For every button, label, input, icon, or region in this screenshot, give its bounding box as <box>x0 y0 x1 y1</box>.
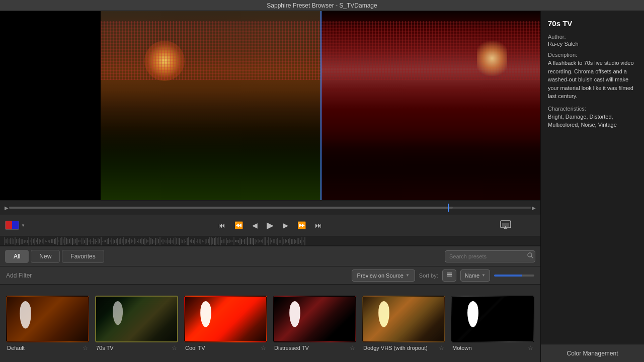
favorite-star-cooltv[interactable]: ☆ <box>261 344 266 351</box>
preset-name-default: Default <box>7 345 25 351</box>
favorite-star-motown[interactable]: ☆ <box>528 344 533 351</box>
description-text: A flashback to 70s live studio video rec… <box>548 59 637 101</box>
timeline-playhead <box>448 204 449 212</box>
info-panel: 70s TV Author: Ra-ey Saleh Description: … <box>541 11 644 344</box>
video-right-half <box>320 11 540 200</box>
preset-label-row-motown: Motown ☆ <box>451 342 534 351</box>
preset-title: 70s TV <box>548 19 637 28</box>
timeline[interactable]: ▶ ▶ <box>0 201 540 215</box>
rewind-fast-button[interactable]: ⏪ <box>231 219 246 231</box>
waveform-row <box>0 236 540 246</box>
crowd-left <box>101 21 320 80</box>
sort-name-dropdown-arrow: ▼ <box>481 273 486 278</box>
light-effect-right <box>477 41 507 76</box>
search-container <box>445 250 535 262</box>
thumb-bg-cooltv <box>185 297 266 341</box>
favorite-star-70stv[interactable]: ☆ <box>172 344 177 351</box>
search-input[interactable] <box>445 250 535 262</box>
skip-to-end-button[interactable]: ⏭ <box>312 219 325 231</box>
preset-name-dodgy: Dodgy VHS (with dropout) <box>363 345 428 351</box>
author-value: Ra-ey Saleh <box>548 41 637 47</box>
fast-forward-button[interactable]: ⏩ <box>294 219 309 231</box>
preset-name-distressed: Distressed TV <box>274 345 309 351</box>
svg-point-3 <box>528 253 532 257</box>
preset-label-row-cooltv: Cool TV ☆ <box>184 342 267 351</box>
tab-new[interactable]: New <box>31 250 60 263</box>
video-left-half <box>101 11 320 200</box>
characteristics-text: Bright, Damage, Distorted, Multicolored,… <box>548 113 637 129</box>
step-forward-button[interactable]: ◀ <box>280 219 291 231</box>
preview-source-dropdown[interactable]: Preview on Source ▼ <box>352 269 415 282</box>
right-panel: 70s TV Author: Ra-ey Saleh Description: … <box>540 11 644 362</box>
sort-name-label: Name <box>465 273 479 279</box>
preset-item-default[interactable]: Default ☆ <box>6 296 89 351</box>
favorite-star-distressed[interactable]: ☆ <box>350 344 355 351</box>
tab-favorites[interactable]: Favorites <box>62 250 104 263</box>
size-slider-container <box>494 275 534 277</box>
controls-row: ▼ ⏮ ⏪ ◀ ▶ ◀ ⏩ ⏭ <box>0 215 540 236</box>
export-button[interactable] <box>500 220 511 231</box>
color-management-button[interactable]: Color Management <box>541 344 644 362</box>
preset-item-distressed[interactable]: Distressed TV ☆ <box>273 296 356 351</box>
black-bar-left <box>0 11 101 200</box>
video-wrapper <box>0 11 540 200</box>
presets-tabs-bar: All New Favorites <box>0 246 540 266</box>
preset-item-dodgy[interactable]: Dodgy VHS (with dropout) ☆ <box>362 296 445 351</box>
sort-name-dropdown[interactable]: Name ▼ <box>460 269 490 282</box>
preset-label-row-dodgy: Dodgy VHS (with dropout) ☆ <box>362 342 445 351</box>
tab-all[interactable]: All <box>5 250 29 263</box>
sort-by-label: Sort by: <box>419 273 438 279</box>
timeline-end-arrow[interactable]: ▶ <box>531 205 536 210</box>
video-split-line <box>320 11 321 200</box>
characteristics-label: Characteristics: <box>548 106 637 112</box>
preset-label-row-default: Default ☆ <box>6 342 89 351</box>
preset-thumbnail-distressed <box>273 296 356 342</box>
transport-area: ▶ ▶ ▼ ⏮ ⏪ ◀ ▶ ◀ ⏩ <box>0 200 540 245</box>
preset-label-row-distressed: Distressed TV ☆ <box>273 342 356 351</box>
timeline-start-arrow[interactable]: ▶ <box>4 205 9 210</box>
timeline-track[interactable] <box>9 207 531 209</box>
color-swatch-dropdown-arrow[interactable]: ▼ <box>21 223 25 228</box>
field-overlay-right <box>320 139 540 201</box>
video-preview <box>0 11 540 200</box>
main-container: ▶ ▶ ▼ ⏮ ⏪ ◀ ▶ ◀ ⏩ <box>0 11 644 362</box>
add-filter-link[interactable]: Add Filter <box>6 272 32 279</box>
step-back-button[interactable]: ◀ <box>249 219 261 231</box>
timeline-progress <box>9 207 453 209</box>
window-title: Sapphire Preset Browser - S_TVDamage <box>267 2 377 9</box>
preset-thumbnail-motown <box>451 296 534 342</box>
thumb-bg-motown <box>452 297 533 341</box>
sort-icon <box>446 271 453 278</box>
video-content <box>101 11 540 200</box>
skip-to-start-button[interactable]: ⏮ <box>215 219 228 231</box>
left-panel: ▶ ▶ ▼ ⏮ ⏪ ◀ ▶ ◀ ⏩ <box>0 11 540 362</box>
preset-item-70stv[interactable]: 70s TV ☆ <box>95 296 178 351</box>
play-button[interactable]: ▶ <box>264 218 277 233</box>
search-button[interactable] <box>527 252 533 260</box>
svg-line-4 <box>531 256 533 258</box>
titlebar: Sapphire Preset Browser - S_TVDamage <box>0 0 644 11</box>
preset-thumbnail-70stv <box>95 296 178 342</box>
description-label: Description: <box>548 52 637 58</box>
sort-order-button[interactable] <box>442 269 456 282</box>
preset-item-motown[interactable]: Motown ☆ <box>451 296 534 351</box>
preview-source-dropdown-arrow: ▼ <box>406 273 410 278</box>
search-icon <box>527 252 533 258</box>
preset-name-motown: Motown <box>452 345 472 351</box>
preset-thumbnail-default <box>6 296 89 342</box>
favorite-star-default[interactable]: ☆ <box>83 344 88 351</box>
preset-name-cooltv: Cool TV <box>185 345 205 351</box>
color-swatch-area[interactable]: ▼ <box>5 221 25 230</box>
preview-source-label: Preview on Source <box>357 273 404 279</box>
preset-label-row-70stv: 70s TV ☆ <box>95 342 178 351</box>
size-slider[interactable] <box>494 275 534 277</box>
thumb-bg-default <box>7 297 88 341</box>
field-overlay <box>101 129 320 200</box>
preset-item-cooltv[interactable]: Cool TV ☆ <box>184 296 267 351</box>
preset-name-70stv: 70s TV <box>96 345 114 351</box>
filter-sort-bar: Add Filter Preview on Source ▼ Sort by: <box>0 266 540 285</box>
thumb-bg-dodgy <box>363 297 444 341</box>
color-swatch-box <box>5 221 19 230</box>
presets-panel: All New Favorites Add Filter <box>0 245 540 362</box>
favorite-star-dodgy[interactable]: ☆ <box>439 344 444 351</box>
